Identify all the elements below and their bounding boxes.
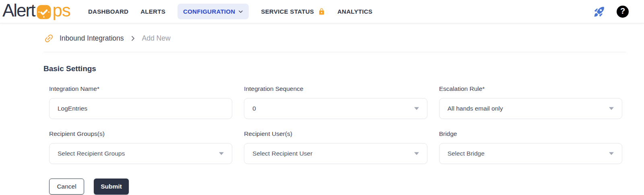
- breadcrumb: Inbound Integrations Add New: [43, 33, 626, 52]
- bridge-placeholder: Select Bridge: [448, 150, 485, 157]
- submit-button[interactable]: Submit: [94, 179, 129, 195]
- recipient-users-label: Recipient User(s): [244, 130, 427, 138]
- alertops-logo[interactable]: Alert ps: [2, 2, 70, 20]
- nav-alerts[interactable]: ALERTS: [140, 8, 165, 15]
- lock-icon: [318, 8, 325, 15]
- chevron-right-icon: [130, 35, 136, 41]
- escalation-rule-value: All hands email only: [448, 105, 503, 112]
- nav-analytics[interactable]: ANALYTICS: [337, 8, 372, 15]
- nav-right-icons: ?: [593, 6, 629, 18]
- dropdown-caret-icon: [414, 107, 419, 110]
- bridge-label: Bridge: [439, 130, 622, 138]
- bridge-select[interactable]: Select Bridge: [439, 143, 622, 164]
- dropdown-caret-icon: [609, 107, 614, 110]
- main-menu: DASHBOARD ALERTS CONFIGURATION SERVICE S…: [88, 4, 372, 19]
- field-recipient-groups: Recipient Groups(s) Select Recipient Gro…: [49, 130, 232, 164]
- logo-text-ps: ps: [52, 2, 70, 19]
- integration-name-label: Integration Name*: [49, 85, 232, 92]
- page-title: Basic Settings: [43, 64, 626, 73]
- rocket-icon[interactable]: [593, 6, 605, 18]
- logo-text-alert: Alert: [2, 2, 35, 19]
- form-actions: Cancel Submit: [49, 179, 626, 195]
- field-bridge: Bridge Select Bridge: [439, 130, 622, 164]
- help-icon[interactable]: ?: [617, 6, 629, 18]
- recipient-groups-placeholder: Select Recipient Groups: [58, 150, 125, 157]
- nav-dashboard[interactable]: DASHBOARD: [88, 8, 128, 15]
- nav-configuration[interactable]: CONFIGURATION: [178, 4, 249, 19]
- integration-name-input[interactable]: [58, 105, 224, 112]
- integration-sequence-value: 0: [252, 105, 256, 112]
- recipient-groups-select[interactable]: Select Recipient Groups: [49, 143, 232, 164]
- integration-name-input-wrap: [49, 98, 232, 119]
- dropdown-caret-icon: [609, 152, 614, 155]
- basic-settings-form: Integration Name* Integration Sequence 0…: [49, 85, 622, 164]
- dropdown-caret-icon: [414, 152, 419, 155]
- breadcrumb-add-new: Add New: [142, 34, 171, 43]
- field-recipient-users: Recipient User(s) Select Recipient User: [244, 130, 427, 164]
- field-integration-name: Integration Name*: [49, 85, 232, 119]
- recipient-users-placeholder: Select Recipient User: [252, 150, 312, 157]
- field-integration-sequence: Integration Sequence 0: [244, 85, 427, 119]
- recipient-groups-label: Recipient Groups(s): [49, 130, 232, 138]
- link-icon: [41, 31, 56, 46]
- top-nav: Alert ps DASHBOARD ALERTS CONFIGURATION …: [0, 0, 644, 23]
- dropdown-caret-icon: [219, 152, 224, 155]
- chevron-down-icon: [238, 9, 243, 14]
- nav-configuration-label: CONFIGURATION: [183, 8, 235, 15]
- integration-sequence-select[interactable]: 0: [244, 98, 427, 119]
- alertops-clock-icon: [36, 4, 52, 20]
- escalation-rule-label: Escalation Rule*: [439, 85, 622, 92]
- nav-service-status[interactable]: SERVICE STATUS: [261, 8, 325, 15]
- field-escalation-rule: Escalation Rule* All hands email only: [439, 85, 622, 119]
- integration-sequence-label: Integration Sequence: [244, 85, 427, 92]
- escalation-rule-select[interactable]: All hands email only: [439, 98, 622, 119]
- recipient-users-select[interactable]: Select Recipient User: [244, 143, 427, 164]
- nav-service-status-label: SERVICE STATUS: [261, 8, 314, 15]
- add-integration-page: Basic Settings Integration Name* Integra…: [0, 64, 644, 195]
- breadcrumb-inbound-integrations[interactable]: Inbound Integrations: [60, 34, 124, 43]
- cancel-button[interactable]: Cancel: [49, 179, 84, 195]
